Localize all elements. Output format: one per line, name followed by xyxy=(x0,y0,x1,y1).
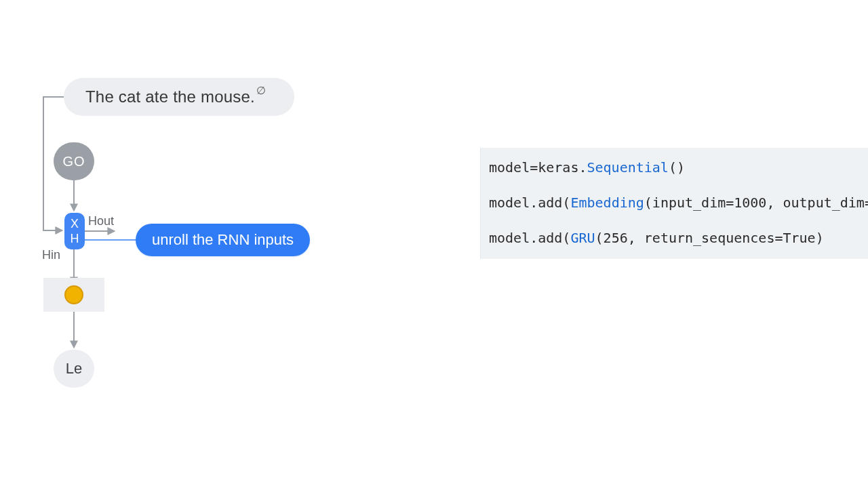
unroll-annotation: unroll the RNN inputs xyxy=(136,224,310,256)
hout-label: Hout xyxy=(88,214,114,228)
input-sentence-text: The cat ate the mouse. xyxy=(85,87,255,106)
end-of-sequence-icon: ∅ xyxy=(256,84,266,97)
rnn-cell-h: H xyxy=(71,231,79,246)
input-sentence-pill: The cat ate the mouse. ∅ xyxy=(64,78,294,116)
slide-stage: The cat ate the mouse. ∅ GO X H Hin Hout… xyxy=(0,0,868,488)
code-line-2: model.add(Embedding(input_dim=1000, outp… xyxy=(489,195,868,211)
output-token-node: Le xyxy=(54,350,94,388)
unroll-text: unroll the RNN inputs xyxy=(152,231,294,249)
code-line-3: model.add(GRU(256, return_sequences=True… xyxy=(489,230,824,246)
code-line-1: model=keras.Sequential() xyxy=(489,159,685,176)
output-token-label: Le xyxy=(66,360,82,378)
code-panel: model=keras.Sequential() model.add(Embed… xyxy=(480,148,868,259)
rnn-cell-x: X xyxy=(71,216,79,231)
rnn-cell: X H xyxy=(64,213,85,249)
go-token-label: GO xyxy=(62,154,85,169)
dense-node-icon xyxy=(64,285,83,304)
hin-label: Hin xyxy=(42,248,60,262)
go-token-node: GO xyxy=(54,142,94,180)
